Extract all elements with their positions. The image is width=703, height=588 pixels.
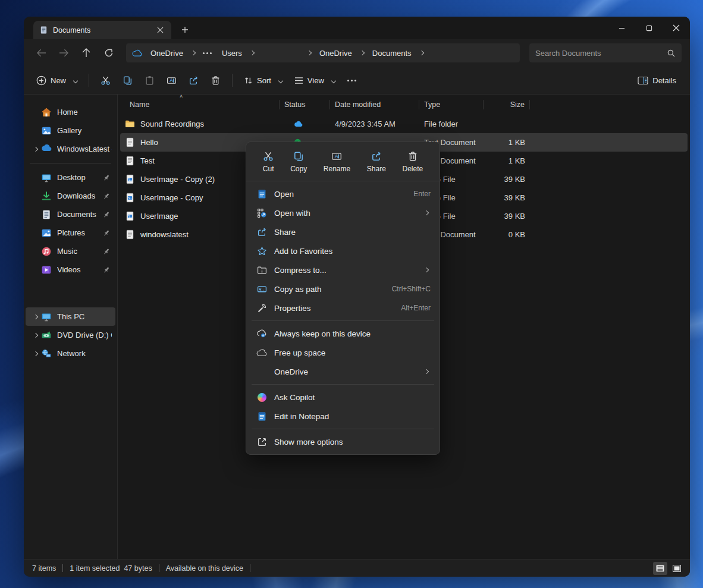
sidebar-item-label: Network (57, 349, 112, 358)
chevron-right-icon[interactable] (307, 51, 312, 55)
sidebar-item-documents[interactable]: Documents (26, 205, 115, 224)
sidebar-item-gallery[interactable]: Gallery (26, 121, 115, 140)
search-input[interactable] (535, 49, 667, 58)
breadcrumb-item-onedrive-2[interactable]: OneDrive (315, 47, 357, 59)
menu-item-add-to-favorites[interactable]: Add to Favorites (249, 241, 437, 260)
breadcrumb-item-hidden[interactable] (258, 51, 304, 55)
chevron-right-icon[interactable] (419, 51, 423, 55)
menu-item-free-up-space[interactable]: Free up space (249, 343, 437, 362)
copy-button[interactable] (117, 70, 138, 90)
menu-item-open-with[interactable]: Open with (249, 203, 437, 222)
delete-button[interactable] (205, 70, 226, 90)
back-icon[interactable] (31, 43, 51, 62)
chevron-expand-icon[interactable] (30, 147, 41, 151)
share-icon (371, 151, 382, 162)
dvd-drive-icon (41, 330, 52, 341)
file-size: 39 KB (504, 193, 525, 202)
tab-documents[interactable]: Documents (33, 21, 171, 39)
share-quick-button[interactable]: Share (362, 148, 391, 176)
refresh-icon[interactable] (99, 43, 119, 62)
chevron-right-icon[interactable] (250, 51, 255, 55)
view-button[interactable]: View (289, 70, 341, 90)
context-menu-items: Open Enter Open with Share Add (246, 181, 440, 451)
breadcrumb-item-documents[interactable]: Documents (368, 47, 416, 59)
svg-text:A: A (335, 153, 338, 159)
paste-button[interactable] (139, 70, 160, 90)
sidebar-item-onedrive-windowslatest[interactable]: WindowsLatest - Pe (26, 140, 115, 158)
sidebar-item-music[interactable]: Music (26, 242, 115, 260)
breadcrumb-overflow-icon[interactable] (199, 43, 216, 62)
submenu-chevron-icon (424, 369, 429, 374)
sidebar-item-desktop[interactable]: Desktop (26, 168, 115, 187)
selection-size: 47 bytes (124, 564, 152, 573)
breadcrumb-item-users[interactable]: Users (217, 47, 247, 59)
close-button[interactable] (663, 17, 690, 39)
sidebar-item-label: Pictures (57, 228, 102, 237)
svg-text:A: A (170, 77, 173, 83)
sidebar-item-network[interactable]: Network (26, 344, 115, 363)
breadcrumb-item-onedrive[interactable]: OneDrive (146, 47, 188, 59)
titlebar: Documents (24, 17, 690, 39)
more-options-icon[interactable] (342, 70, 362, 90)
status-divider (159, 564, 159, 572)
menu-item-show-more-options[interactable]: Show more options (249, 432, 437, 451)
menu-item-compress-to[interactable]: Compress to... (249, 260, 437, 279)
forward-icon[interactable] (54, 43, 74, 62)
column-header-name[interactable]: ˄ Name (125, 100, 280, 109)
chevron-expand-icon[interactable] (30, 334, 41, 337)
menu-item-onedrive[interactable]: OneDrive (249, 362, 437, 381)
delete-quick-button[interactable]: Delete (397, 148, 428, 176)
this-pc-icon (41, 312, 52, 322)
text-document-icon (125, 229, 135, 240)
menu-item-ask-copilot[interactable]: Ask Copilot (249, 388, 437, 407)
file-row-sound-recordings[interactable]: Sound Recordings 4/9/2023 3:45 AM File f… (120, 115, 688, 133)
notepad-icon (256, 411, 267, 422)
rename-button[interactable]: A (161, 70, 182, 90)
sidebar-item-videos[interactable]: Videos (26, 260, 115, 279)
minimize-button[interactable] (608, 17, 635, 39)
sidebar-item-pictures[interactable]: Pictures (26, 224, 115, 242)
share-button[interactable] (183, 70, 204, 90)
copy-quick-button[interactable]: Copy (285, 148, 312, 176)
menu-item-always-keep-on-device[interactable]: Always keep on this device (249, 324, 437, 343)
chevron-right-icon[interactable] (360, 51, 365, 55)
chevron-expand-icon[interactable] (30, 352, 41, 356)
menu-item-open[interactable]: Open Enter (249, 184, 437, 203)
search-icon[interactable] (667, 49, 676, 58)
cut-quick-button[interactable]: Cut (258, 148, 279, 176)
column-header-type[interactable]: Type (419, 100, 484, 109)
maximize-button[interactable] (635, 17, 663, 39)
window-controls (608, 17, 690, 39)
rename-quick-button[interactable]: A Rename (319, 148, 355, 176)
large-icons-view-toggle-icon[interactable] (670, 562, 684, 575)
breadcrumb: OneDrive Users OneDrive Documents (126, 43, 520, 62)
compress-zip-icon (256, 265, 267, 275)
cut-button[interactable] (95, 70, 116, 90)
column-header-size[interactable]: Size (484, 100, 530, 109)
new-button[interactable]: New (31, 70, 83, 90)
sidebar-item-home[interactable]: Home (26, 103, 115, 121)
details-view-toggle-icon[interactable] (653, 562, 667, 575)
scissors-icon (101, 76, 111, 86)
menu-item-properties[interactable]: Properties Alt+Enter (249, 298, 437, 317)
column-header-date-modified[interactable]: Date modified (330, 100, 419, 109)
image-file-icon (125, 174, 135, 184)
tab-close-icon[interactable] (153, 24, 167, 37)
new-tab-button[interactable] (177, 22, 193, 37)
column-header-status[interactable]: Status (280, 100, 330, 109)
new-button-label: New (51, 76, 66, 85)
sort-button[interactable]: Sort (238, 70, 288, 90)
pin-icon (102, 192, 112, 200)
sidebar-item-this-pc[interactable]: This PC (26, 307, 115, 326)
chevron-right-icon[interactable] (191, 51, 196, 55)
chevron-expand-icon[interactable] (30, 315, 41, 319)
search-box[interactable] (529, 43, 682, 62)
up-icon[interactable] (76, 43, 96, 62)
menu-item-copy-as-path[interactable]: Copy as path Ctrl+Shift+C (249, 279, 437, 298)
image-file-icon (125, 193, 135, 203)
details-pane-button[interactable]: Details (632, 70, 682, 90)
menu-item-edit-in-notepad[interactable]: Edit in Notepad (249, 407, 437, 426)
sidebar-item-downloads[interactable]: Downloads (26, 187, 115, 205)
sidebar-item-dvd-drive[interactable]: DVD Drive (D:) CCC (26, 326, 115, 344)
menu-item-share[interactable]: Share (249, 222, 437, 241)
